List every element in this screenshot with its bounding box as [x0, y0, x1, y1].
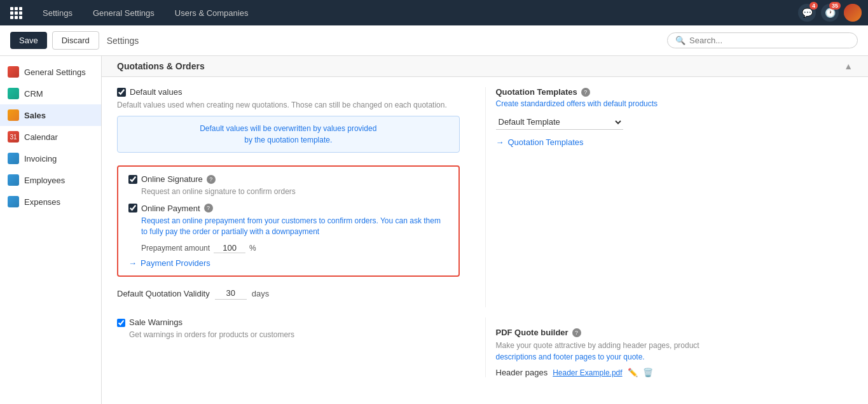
template-select-row: Default Template — [496, 115, 853, 130]
nav-general-settings[interactable]: General Settings — [89, 6, 158, 20]
header-file-link[interactable]: Header Example.pdf — [553, 368, 622, 377]
validity-row: Default Quotation Validity days — [117, 287, 460, 300]
avatar-image — [844, 4, 862, 22]
sidebar-item-employees[interactable]: Employees — [0, 169, 101, 191]
sale-warnings-desc: Get warnings in orders for products or c… — [129, 329, 294, 340]
online-signature-label: Online Signature — [141, 174, 203, 184]
sidebar-label-invoicing: Invoicing — [24, 154, 57, 164]
sidebar-item-sales[interactable]: Sales — [0, 104, 101, 126]
default-values-desc: Default values used when creating new qu… — [117, 99, 460, 111]
apps-menu-button[interactable] — [6, 4, 26, 22]
default-template-select[interactable]: Default Template — [496, 115, 623, 130]
sidebar-item-calendar[interactable]: 31 Calendar — [0, 126, 101, 148]
quotation-templates-block: Quotation Templates ? Create standardize… — [496, 87, 853, 147]
user-avatar[interactable] — [844, 4, 862, 22]
crm-icon — [8, 88, 19, 99]
sidebar-item-crm[interactable]: CRM — [0, 83, 101, 104]
sidebar-label-employees: Employees — [24, 176, 65, 185]
online-payment-checkbox[interactable] — [128, 204, 137, 212]
bottom-left: Sale Warnings Get warnings in orders for… — [117, 317, 485, 377]
search-box[interactable]: 🔍 — [667, 32, 858, 48]
prepayment-row: Prepayment amount % — [141, 243, 448, 253]
pdf-desc: Make your quote attractive by adding hea… — [496, 340, 853, 363]
edit-header-button[interactable]: ✏️ — [628, 368, 638, 377]
calendar-icon: 31 — [8, 131, 19, 143]
online-signature-desc: Request an online signature to confirm o… — [141, 186, 448, 197]
section-body: Default values Default values used when … — [102, 77, 868, 317]
online-payment-label: Online Payment — [141, 204, 200, 213]
discard-button[interactable]: Discard — [52, 31, 99, 50]
header-pages-row: Header pages Header Example.pdf ✏️ 🗑️ — [496, 368, 853, 377]
toolbar: Save Discard Settings 🔍 — [0, 25, 868, 56]
left-column: Default values Default values used when … — [117, 87, 485, 307]
arrow-icon: → — [128, 258, 137, 268]
qt-title: Quotation Templates — [496, 87, 577, 97]
messages-button[interactable]: 💬 4 — [798, 4, 816, 22]
qt-title-row: Quotation Templates ? — [496, 87, 853, 97]
quotation-templates-link[interactable]: → Quotation Templates — [496, 137, 853, 147]
toolbar-settings-label: Settings — [107, 36, 139, 46]
sidebar: General Settings CRM Sales 31 Calendar I… — [0, 56, 102, 404]
highlight-box: Online Signature ? Request an online sig… — [117, 165, 460, 277]
sale-warnings-row: Sale Warnings Get warnings in orders for… — [117, 317, 460, 344]
collapse-icon[interactable]: ▲ — [844, 61, 853, 71]
sale-warnings-label: Sale Warnings — [129, 317, 183, 327]
info-box: Default values will be overwritten by va… — [117, 116, 460, 153]
sidebar-label-sales: Sales — [24, 111, 46, 120]
prepayment-label: Prepayment amount — [141, 244, 210, 253]
payment-providers-label: Payment Providers — [141, 258, 210, 268]
sale-warnings-checkbox[interactable] — [117, 319, 125, 327]
payment-providers-link[interactable]: → Payment Providers — [128, 258, 448, 268]
search-icon: 🔍 — [675, 36, 685, 45]
pdf-desc-line2: descriptions and footer pages to your qu… — [496, 352, 645, 361]
messages-badge: 4 — [809, 2, 818, 10]
grid-icon — [10, 7, 22, 19]
default-values-label: Default values — [130, 87, 182, 97]
sidebar-label-general-settings: General Settings — [24, 67, 86, 77]
sidebar-item-general-settings[interactable]: General Settings — [0, 61, 101, 83]
invoicing-icon — [8, 153, 19, 164]
activity-button[interactable]: 🕐 35 — [821, 4, 839, 22]
validity-label: Default Quotation Validity — [117, 289, 210, 298]
online-signature-checkbox[interactable] — [128, 175, 137, 184]
content-area: Quotations & Orders ▲ Default values Def… — [102, 56, 868, 404]
pdf-title: PDF Quote builder — [496, 328, 568, 337]
top-navigation: Settings General Settings Users & Compan… — [0, 0, 868, 25]
pdf-title-row: PDF Quote builder ? — [496, 328, 853, 337]
search-input[interactable] — [689, 36, 850, 45]
pdf-desc-line1: Make your quote attractive by adding hea… — [496, 341, 699, 350]
sidebar-label-crm: CRM — [24, 89, 43, 99]
prepayment-input[interactable] — [214, 243, 245, 253]
online-payment-desc: Request an online prepayment from your c… — [141, 216, 448, 237]
default-values-block: Default values Default values used when … — [117, 87, 460, 153]
validity-input[interactable] — [215, 287, 247, 300]
section-header-quotations-orders: Quotations & Orders ▲ — [102, 56, 868, 77]
default-values-row: Default values — [117, 87, 460, 97]
expenses-icon — [8, 196, 19, 207]
qt-arrow-icon: → — [496, 137, 504, 147]
validity-unit: days — [252, 289, 269, 298]
save-button[interactable]: Save — [10, 32, 47, 49]
top-nav-icons: 💬 4 🕐 35 — [798, 4, 862, 22]
default-values-checkbox[interactable] — [117, 88, 126, 97]
info-box-line1: Default values will be overwritten by va… — [200, 124, 376, 133]
online-signature-row: Online Signature ? — [128, 174, 448, 184]
qt-desc: Create standardized offers with default … — [496, 99, 853, 108]
sidebar-item-invoicing[interactable]: Invoicing — [0, 148, 101, 169]
nav-app-name[interactable]: Settings — [39, 6, 76, 20]
sidebar-label-expenses: Expenses — [24, 197, 60, 207]
bottom-section: Sale Warnings Get warnings in orders for… — [102, 317, 868, 387]
section-title: Quotations & Orders — [117, 61, 205, 71]
general-settings-icon — [8, 66, 19, 78]
delete-header-button[interactable]: 🗑️ — [643, 368, 653, 377]
main-layout: General Settings CRM Sales 31 Calendar I… — [0, 56, 868, 404]
online-payment-help-icon[interactable]: ? — [204, 204, 213, 212]
prepayment-unit: % — [249, 244, 256, 253]
info-box-line2: by the quotation template. — [244, 136, 332, 144]
pdf-help-icon[interactable]: ? — [572, 328, 581, 337]
qt-help-icon[interactable]: ? — [581, 88, 590, 97]
nav-users-companies[interactable]: Users & Companies — [171, 6, 252, 20]
sidebar-label-calendar: Calendar — [24, 132, 58, 142]
sidebar-item-expenses[interactable]: Expenses — [0, 191, 101, 212]
online-signature-help-icon[interactable]: ? — [207, 175, 216, 184]
